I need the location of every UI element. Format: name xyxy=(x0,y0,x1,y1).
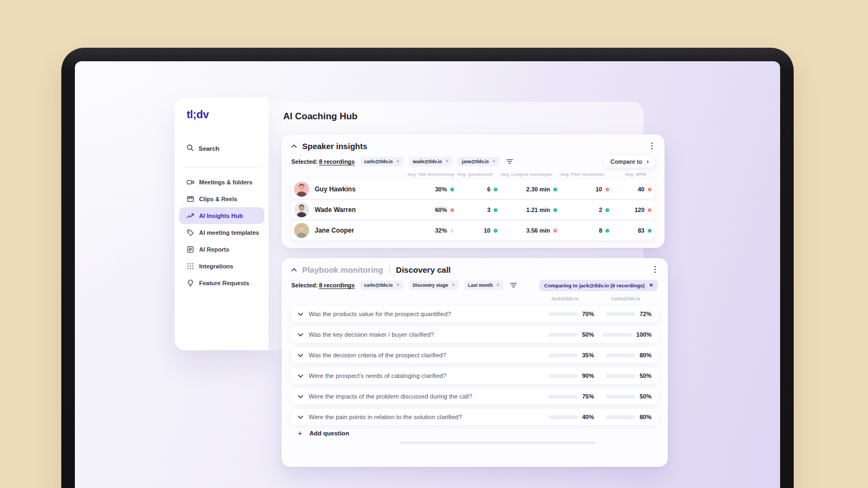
chevron-down-icon[interactable] xyxy=(298,395,303,399)
progress-bar xyxy=(606,374,635,378)
metric-text: 120 xyxy=(635,207,644,213)
column-header: Avg. Longest monologue xyxy=(501,172,560,177)
filter-chip-label: Last month xyxy=(468,282,493,288)
selected-summary: Selected:8 recordings xyxy=(291,282,355,288)
metric-text: 83 xyxy=(638,227,644,234)
sidebar-item-label: Feature Requests xyxy=(199,280,249,286)
progress-bar xyxy=(606,354,635,357)
filter-chip[interactable]: carlo@tldv.io✕ xyxy=(360,280,404,290)
percentage-label: 80% xyxy=(640,414,652,420)
kebab-menu-icon[interactable] xyxy=(649,140,655,152)
remove-filter-icon[interactable]: ✕ xyxy=(396,159,400,164)
status-dot-good xyxy=(494,229,497,233)
kebab-menu-icon[interactable] xyxy=(652,264,658,275)
speaker-filter-chips: carlo@tldv.io✕wade@tldv.io✕jane@tldv.io✕ xyxy=(360,157,500,166)
metric-value: 120 xyxy=(612,207,655,213)
playbook-question-row[interactable]: Were the impacts of the problem discusse… xyxy=(291,388,658,404)
comparing-to-chip[interactable]: Comparing to jack@tldv.io (8 recordings)… xyxy=(539,280,658,291)
speaker-row[interactable]: Jane Cooper32%103.56 min883 xyxy=(291,221,655,240)
metric-text: 30% xyxy=(435,186,447,192)
metric-text: 3 xyxy=(487,207,490,213)
comparison-column-headers: Jack@tldv.ioCarlo@tldv.io xyxy=(291,296,658,303)
playbook-question-row[interactable]: Was the key decision maker / buyer clari… xyxy=(291,326,658,343)
question-text: Was the decision criteria of the prospec… xyxy=(309,352,537,358)
remove-comparison-icon[interactable]: ✕ xyxy=(649,283,653,288)
filter-chip[interactable]: jane@tldv.io✕ xyxy=(458,157,499,166)
sidebar-item-feature-requests[interactable]: Feature Requests xyxy=(179,274,264,291)
compare-to-button[interactable]: Compare to › xyxy=(604,156,655,168)
progress-bar xyxy=(548,333,578,337)
playbook-question-row[interactable]: Was the products value for the prospect … xyxy=(291,306,658,322)
playbook-question-row[interactable]: Were the prospect's needs of cataloging … xyxy=(291,368,658,384)
status-dot-good xyxy=(494,188,497,191)
remove-filter-icon[interactable]: ✕ xyxy=(396,283,400,287)
selected-count-link[interactable]: 8 recordings xyxy=(319,158,355,165)
section-title: Speaker insights xyxy=(302,142,367,151)
selected-count-link[interactable]: 8 recordings xyxy=(319,282,355,288)
chevron-down-icon[interactable] xyxy=(298,415,303,419)
screen: tl;dv Search Meetings & foldersClips & R… xyxy=(75,61,780,488)
status-dot-bad xyxy=(605,188,609,191)
collapse-section-icon[interactable] xyxy=(291,144,297,148)
feature-icon xyxy=(187,279,194,287)
progress-bar xyxy=(606,415,635,419)
chevron-down-icon[interactable] xyxy=(298,354,303,357)
filter-chip[interactable]: Last month✕ xyxy=(464,280,504,290)
search-button[interactable]: Search xyxy=(187,144,219,152)
result-bar-group: 70% xyxy=(542,311,594,317)
sidebar-item-integrations[interactable]: Integrations xyxy=(179,258,264,274)
metric-value: 8 xyxy=(560,227,612,234)
sidebar-item-label: AI meeting templates xyxy=(199,229,259,236)
filter-chip[interactable]: wade@tldv.io✕ xyxy=(409,157,453,166)
filter-chip-label: carlo@tldv.io xyxy=(364,282,393,288)
result-bar-group: 80% xyxy=(599,414,652,420)
remove-filter-icon[interactable]: ✕ xyxy=(445,159,449,164)
remove-filter-icon[interactable]: ✕ xyxy=(496,283,500,287)
speaker-name: Wade Warren xyxy=(315,206,356,214)
metric-value: 2.30 min xyxy=(501,186,560,192)
sidebar-item-clips-reels[interactable]: Clips & Reels xyxy=(179,190,264,207)
speaker-insights-card: Speaker insights Selected:8 recordings c… xyxy=(282,134,665,248)
metric-text: 2.30 min xyxy=(526,186,550,192)
filter-icon[interactable] xyxy=(506,159,513,164)
chevron-down-icon[interactable] xyxy=(298,374,303,378)
metric-value: 10 xyxy=(457,227,501,234)
sidebar-item-ai-meeting-templates[interactable]: AI meeting templates xyxy=(179,224,264,241)
search-icon xyxy=(187,144,194,152)
speaker-row[interactable]: Wade Warren60%31.21 min2120 xyxy=(291,200,655,220)
metric-value: 30% xyxy=(407,186,457,192)
result-bar-group: 90% xyxy=(542,373,594,379)
metric-text: 2 xyxy=(599,207,602,213)
sidebar-item-label: Integrations xyxy=(199,263,233,269)
title-separator: | xyxy=(388,265,391,274)
sidebar-item-ai-reports[interactable]: AI Reports xyxy=(179,241,264,258)
sidebar-item-ai-insights-hub[interactable]: AI Insights Hub xyxy=(179,207,264,224)
filter-chip[interactable]: carlo@tldv.io✕ xyxy=(360,157,404,166)
remove-filter-icon[interactable]: ✕ xyxy=(492,159,496,164)
clips-icon xyxy=(187,195,194,203)
insights-icon xyxy=(187,212,194,220)
result-bar-group: 50% xyxy=(599,393,652,400)
metric-text: 6 xyxy=(487,186,490,192)
chevron-down-icon[interactable] xyxy=(298,312,303,316)
question-text: Were the impacts of the problem discusse… xyxy=(309,393,537,400)
progress-bar xyxy=(548,312,578,316)
add-question-button[interactable]: + Add question xyxy=(291,429,658,437)
sidebar-item-meetings-folders[interactable]: Meetings & folders xyxy=(179,174,264,190)
chevron-right-icon: › xyxy=(647,159,649,164)
progress-bar xyxy=(603,333,632,337)
playbook-question-row[interactable]: Was the decision criteria of the prospec… xyxy=(291,347,658,363)
remove-filter-icon[interactable]: ✕ xyxy=(451,283,455,287)
section-title: Discovery call xyxy=(396,265,451,274)
collapse-section-icon[interactable] xyxy=(291,268,297,272)
percentage-label: 100% xyxy=(636,331,652,338)
speaker-name: Jane Cooper xyxy=(315,227,354,234)
percentage-label: 90% xyxy=(582,373,594,379)
speaker-table: Guy Hawkins30%62.30 min1040Wade Warren60… xyxy=(291,179,655,240)
speaker-row[interactable]: Guy Hawkins30%62.30 min1040 xyxy=(291,179,655,199)
filter-icon[interactable] xyxy=(510,282,517,288)
playbook-question-row[interactable]: Were the pain points in relation to the … xyxy=(291,409,658,425)
filter-chip[interactable]: Discovery stage✕ xyxy=(409,280,459,290)
chevron-down-icon[interactable] xyxy=(298,333,303,337)
metric-value: 10 xyxy=(560,186,612,192)
